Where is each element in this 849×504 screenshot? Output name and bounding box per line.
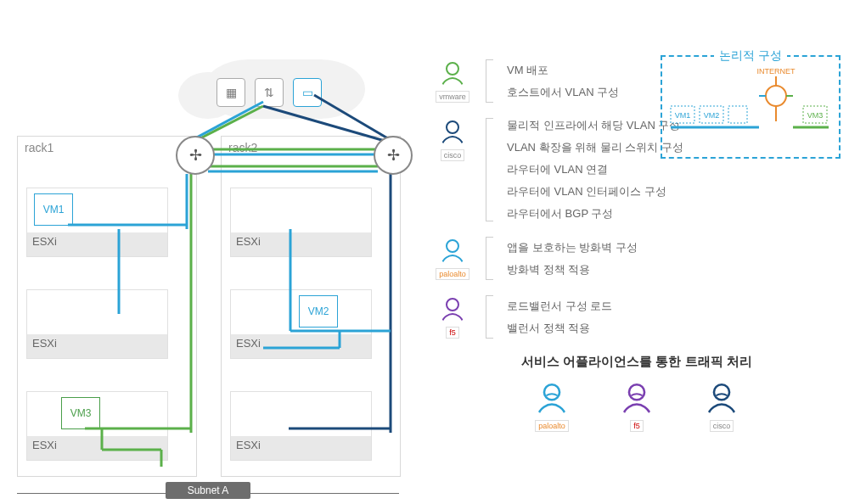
traffic-title: 서비스 어플라이언스를 통한 트래픽 처리 [433,354,841,370]
person-icon [703,380,740,417]
lb-icon: ⇅ [255,78,284,107]
role-item: 라우터에서 BGP 구성 [507,206,683,221]
rack2: rack2 ESXi VM2 ESXi ESXi [221,136,401,477]
host: VM3 ESXi [26,391,168,461]
role-item: 방화벽 정책 적용 [507,262,638,277]
bottom-icons: paloalto f5 cisco [433,380,841,432]
role-item: 물리적 인프라에서 해당 VLAN 구성 [507,118,683,133]
rack-label: rack2 [228,141,257,154]
rack-label: rack1 [25,141,53,154]
svg-text:VM2: VM2 [704,111,720,120]
host: VM2 ESXi [230,289,372,359]
svg-text:INTERNET: INTERNET [757,67,796,76]
person-icon [438,237,467,266]
brand-label: cisco [710,420,734,432]
person-icon [533,380,571,417]
svg-text:VM3: VM3 [807,111,824,120]
host: ESXi [26,289,168,359]
svg-point-23 [766,86,786,106]
role-item: 밸런서 정책 적용 [507,321,612,336]
logical-title: 논리적 구성 [666,48,835,64]
vm2: VM2 [299,295,338,328]
subnet-label: Subnet A [166,482,250,499]
brand-label: paloalto [535,420,569,432]
physical-diagram: ▦ ⇅ ▭ rack1 VM1 ESXi ESXi VM3 ESXi rack2… [8,8,408,496]
svg-point-39 [447,240,458,252]
brand-label: f5 [446,327,459,339]
role-f5: f5 로드밸런서 구성 로드 밸런서 정책 적용 [433,295,841,339]
brand-label: paloalto [436,268,469,280]
svg-point-41 [544,384,559,400]
person-icon [438,59,467,88]
person-icon [438,118,467,147]
role-item: 로드밸런서 구성 로드 [507,299,612,314]
host: ESXi [230,391,372,461]
host-label: ESXi [231,436,371,460]
person-icon [618,380,655,417]
host-label: ESXi [27,334,167,358]
vm3: VM3 [61,397,100,429]
svg-rect-30 [728,106,747,123]
svg-point-42 [629,384,644,400]
role-paloalto: paloalto 앱을 보호하는 방화벽 구성 방화벽 정책 적용 [433,237,841,280]
role-item: VLAN 확장을 위해 물리 스위치 구성 [507,140,683,155]
svg-point-43 [714,384,729,400]
person-icon [438,295,467,324]
logical-diagram: INTERNET VM1 VM2 VM3 [666,64,835,140]
brand-label: vmware [436,91,469,103]
role-item: VM 배포 [507,63,619,78]
host-label: ESXi [231,334,371,358]
svg-point-38 [447,121,458,133]
role-item: 라우터에 VLAN 인터페이스 구성 [507,184,683,199]
rack1: rack1 VM1 ESXi ESXi VM3 ESXi [17,136,197,477]
vm1: VM1 [34,193,73,226]
role-item: 앱을 보호하는 방화벽 구성 [507,240,638,255]
host: VM1 ESXi [26,188,168,257]
role-item: 호스트에서 VLAN 구성 [507,85,619,100]
svg-point-37 [447,63,458,75]
brand-label: f5 [630,420,644,432]
router-icon: ✢ [176,136,215,175]
firewall-icon: ▦ [216,78,245,107]
role-item: 라우터에 VLAN 연결 [507,162,683,177]
router-icon: ✢ [374,136,413,175]
host-label: ESXi [27,436,167,460]
roles-and-logical: 논리적 구성 INTERNET VM1 VM2 VM3 [433,59,841,432]
host: ESXi [230,188,372,257]
svg-text:VM1: VM1 [675,111,691,120]
logical-box: 논리적 구성 INTERNET VM1 VM2 VM3 [661,55,841,159]
brand-label: cisco [441,149,465,161]
svg-point-40 [447,299,458,311]
host-label: ESXi [27,232,167,256]
host-label: ESXi [231,232,371,256]
switch-icon: ▭ [293,78,322,107]
